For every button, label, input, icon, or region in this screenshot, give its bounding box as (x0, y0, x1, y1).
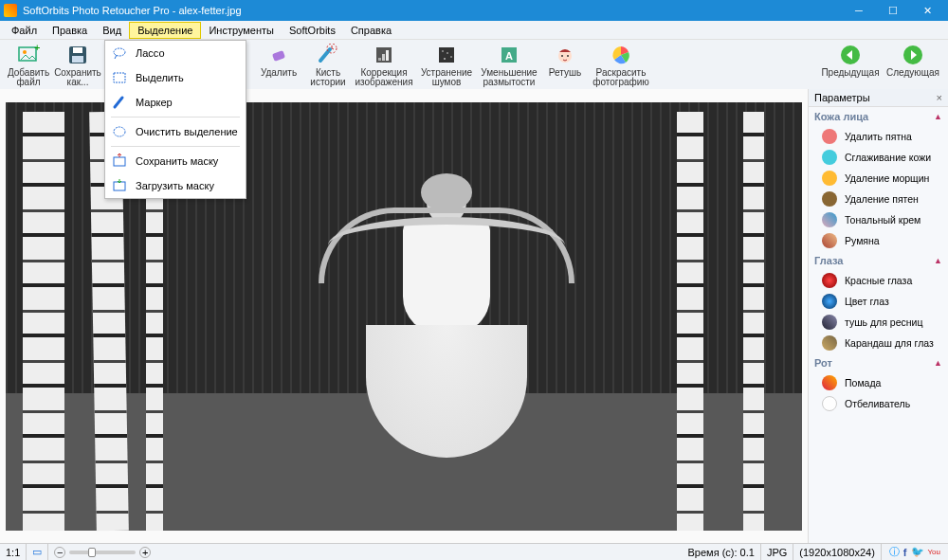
svg-point-15 (450, 56, 452, 58)
svg-text:+: + (34, 44, 40, 53)
dropdown-loadmask-label: Загрузить маску (136, 180, 214, 191)
menu-tools[interactable]: Инструменты (201, 23, 282, 38)
item-eye-color[interactable]: Цвет глаз (809, 291, 948, 312)
face-icon (554, 44, 576, 66)
sidebar-header: Параметры × (809, 89, 948, 107)
eyecolor-icon (822, 294, 837, 309)
dropdown-marker[interactable]: Маркер (105, 90, 246, 115)
smooth-icon (822, 150, 837, 165)
collapse-icon: ▲ (934, 256, 942, 265)
minimize-button[interactable]: ─ (842, 0, 876, 21)
sidebar-close-icon[interactable]: × (937, 92, 942, 103)
dropdown-clear-selection[interactable]: Очистить выделение (105, 119, 246, 144)
menu-help[interactable]: Справка (343, 23, 399, 38)
brush-history-icon (317, 44, 339, 66)
svg-rect-26 (114, 73, 125, 82)
tooth-icon (822, 396, 837, 411)
status-time: Время (с): 0.1 (683, 544, 761, 560)
denoise-label: Устранение шумов (415, 68, 478, 87)
zoom-out-button[interactable]: − (54, 547, 65, 558)
remove-button[interactable]: Удалить (254, 42, 303, 87)
titlebar: SoftOrbits Photo Retoucher Pro - alex-fe… (0, 0, 948, 21)
statusbar: 1:1 ▭ − + Время (с): 0.1 JPG (1920x1080x… (0, 543, 948, 560)
dropdown-select-label: Выделить (136, 72, 184, 83)
zoom-ratio[interactable]: 1:1 (0, 544, 27, 560)
add-file-label: Добавить файл (4, 68, 53, 87)
maximize-button[interactable]: ☐ (876, 0, 910, 21)
add-file-button[interactable]: + Добавить файл (4, 42, 53, 87)
zoom-slider[interactable] (69, 551, 136, 554)
deblur-button[interactable]: A Уменьшение размытости (478, 42, 540, 87)
svg-point-1 (23, 50, 27, 54)
svg-rect-5 (72, 56, 83, 63)
colorize-label: Раскрасить фотографию (590, 68, 652, 87)
section-face[interactable]: Кожа лица▲ (809, 107, 948, 126)
eraser-icon (267, 44, 290, 66)
clear-selection-icon (111, 123, 128, 140)
dropdown-lasso[interactable]: Лассо (105, 41, 246, 65)
svg-rect-11 (386, 50, 389, 61)
item-foundation[interactable]: Тональный крем (809, 209, 948, 230)
item-whitener[interactable]: Отбеливатель (809, 393, 948, 414)
menu-file[interactable]: Файл (4, 23, 45, 38)
image-plus-icon: + (17, 44, 40, 66)
svg-rect-28 (114, 157, 125, 166)
item-wrinkles[interactable]: Удаление морщин (809, 168, 948, 189)
item-smooth-skin[interactable]: Сглаживание кожи (809, 147, 948, 168)
section-mouth[interactable]: Рот▲ (809, 353, 948, 372)
parameters-sidebar: Параметры × Кожа лица▲ Удалить пятна Сгл… (808, 89, 948, 543)
dropdown-marker-label: Маркер (136, 97, 173, 108)
next-label: Следующая (886, 68, 939, 78)
arrow-right-icon (902, 44, 924, 66)
sharpen-icon: A (498, 44, 520, 66)
item-red-eyes[interactable]: Красные глаза (809, 270, 948, 291)
close-button[interactable]: ✕ (910, 0, 944, 21)
marker-icon (111, 94, 128, 111)
menu-view[interactable]: Вид (95, 23, 129, 38)
fit-screen-button[interactable]: ▭ (27, 544, 48, 560)
svg-point-14 (447, 52, 448, 54)
svg-point-13 (442, 50, 444, 52)
item-eyeliner[interactable]: Карандаш для глаз (809, 333, 948, 353)
denoise-button[interactable]: Устранение шумов (415, 42, 478, 87)
image-correction-button[interactable]: Коррекция изображения (353, 42, 415, 87)
youtube-icon[interactable]: You (928, 548, 941, 556)
menu-selection[interactable]: Выделение (129, 22, 201, 39)
item-lipstick[interactable]: Помада (809, 372, 948, 393)
lipstick-icon (822, 375, 837, 390)
save-mask-icon (111, 153, 128, 170)
twitter-icon[interactable]: 🐦 (911, 546, 924, 558)
item-mascara[interactable]: тушь для ресниц (809, 312, 948, 333)
info-icon[interactable]: ⓘ (889, 545, 900, 559)
facebook-icon[interactable]: f (903, 547, 907, 558)
next-image-button[interactable]: Следующая (882, 42, 944, 87)
menu-softorbits[interactable]: SoftOrbits (282, 23, 343, 38)
svg-rect-4 (73, 47, 82, 53)
history-brush-button[interactable]: Кисть истории (303, 42, 353, 87)
dropdown-save-mask[interactable]: Сохранить маску (105, 149, 246, 173)
dropdown-select[interactable]: Выделить (105, 65, 246, 90)
retouch-button[interactable]: Ретушь (540, 42, 590, 87)
save-icon (66, 44, 89, 66)
save-as-button[interactable]: Сохранить как... (53, 42, 102, 87)
svg-point-25 (114, 48, 125, 56)
item-remove-spots[interactable]: Удалить пятна (809, 126, 948, 147)
spot-icon (822, 129, 837, 144)
item-stains[interactable]: Удаление пятен (809, 189, 948, 209)
retouch-label: Ретушь (549, 68, 581, 78)
remove-label: Удалить (261, 68, 297, 78)
colorwheel-icon (610, 44, 632, 66)
svg-point-21 (567, 55, 569, 57)
colorize-button[interactable]: Раскрасить фотографию (590, 42, 652, 87)
svg-rect-12 (439, 47, 454, 63)
menu-edit[interactable]: Правка (45, 23, 95, 38)
stain-icon (822, 191, 837, 207)
item-blush[interactable]: Румяна (809, 230, 948, 251)
zoom-in-button[interactable]: + (139, 547, 151, 558)
svg-text:A: A (505, 50, 513, 62)
wrinkle-icon (822, 171, 837, 186)
prev-image-button[interactable]: Предыдущая (819, 42, 882, 87)
dropdown-load-mask[interactable]: Загрузить маску (105, 173, 246, 198)
history-brush-label: Кисть истории (303, 68, 353, 87)
section-eyes[interactable]: Глаза▲ (809, 251, 948, 270)
